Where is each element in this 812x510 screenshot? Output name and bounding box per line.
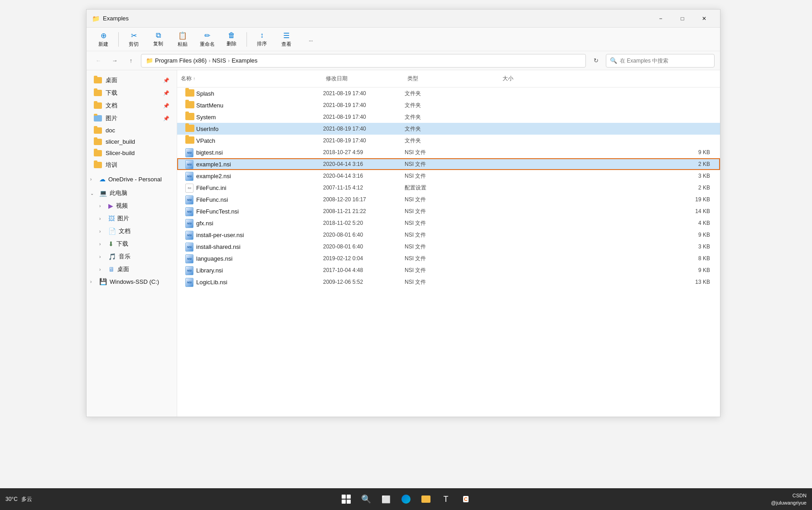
csdn-label: CSDN [771,492,807,500]
sidebar-item-documents[interactable]: 文档 📌 [88,99,175,112]
refresh-button[interactable]: ↻ [590,54,602,67]
table-row[interactable]: INI FileFunc.ini 2007-11-15 4:12 配置设置 2 … [177,182,720,194]
search-input[interactable] [620,58,710,64]
ini-file-icon: INI [185,184,193,193]
chevron-right-icon: › [99,216,106,221]
new-button[interactable]: ⊕ 新建 [92,29,115,49]
edge-button[interactable] [397,490,415,508]
window-title: Examples [103,15,650,22]
table-row[interactable]: NSI gfx.nsi 2018-11-02 5:20 NSI 文件 4 KB [177,217,720,229]
sidebar-item-video[interactable]: › ▶ 视频 [87,199,177,212]
table-row[interactable]: System 2021-08-19 17:40 文件夹 [177,111,720,123]
table-row[interactable]: NSI LogicLib.nsi 2009-12-06 5:52 NSI 文件 … [177,276,720,288]
onedrive-icon: ☁ [99,175,106,183]
file-type: 文件夹 [405,102,473,109]
file-explorer-window: 📁 Examples − □ ✕ ⊕ 新建 ✂ 剪切 ⧉ 复制 📋 粘贴 ✏ 重… [86,9,720,417]
sidebar-item-slicer-build2[interactable]: Slicer-build [88,147,175,159]
rename-button[interactable]: ✏ 重命名 [196,29,218,49]
sidebar: 桌面 📌 下载 📌 文档 📌 图片 📌 doc [87,70,177,417]
table-row[interactable]: Splash 2021-08-19 17:40 文件夹 [177,87,720,99]
folder-taskbar-button[interactable] [417,490,435,508]
file-icon [185,101,194,109]
maximize-button[interactable]: □ [672,11,693,26]
search-icon: 🔍 [610,57,617,64]
sidebar-item-slicer-build[interactable]: slicer_build [88,136,175,147]
table-row[interactable]: NSI install-per-user.nsi 2020-08-01 6:40… [177,229,720,241]
toolbar-separator-2 [246,32,247,47]
file-size: 2 KB [473,185,719,191]
forward-button[interactable]: → [108,54,121,67]
sidebar-item-doc[interactable]: doc [88,125,175,136]
minimize-button[interactable]: − [650,11,671,26]
table-row[interactable]: NSI example1.nsi 2020-04-14 3:16 NSI 文件 … [177,158,720,170]
sidebar-label: doc [106,127,115,134]
sidebar-label: 图片 [117,214,129,223]
file-size: 3 KB [473,173,719,179]
table-row[interactable]: StartMenu 2021-08-19 17:40 文件夹 [177,99,720,111]
sidebar-item-desktop2[interactable]: › 🖥 桌面 [87,263,177,276]
pin-icon: 📌 [163,116,169,121]
sidebar-item-training[interactable]: 培训 [88,159,175,171]
search-taskbar-button[interactable]: 🔍 [357,490,375,508]
column-size-header[interactable]: 大小 [472,72,517,85]
taskbar-right: CSDN @juluwangriyue [771,492,807,507]
file-name: FileFunc.nsi [196,196,323,203]
table-row[interactable]: NSI example2.nsi 2020-04-14 3:16 NSI 文件 … [177,170,720,182]
chevron-right-icon: › [99,242,106,247]
close-button[interactable]: ✕ [694,11,715,26]
task-view-button[interactable]: ⬜ [377,490,395,508]
table-row[interactable]: VPatch 2021-08-19 17:40 文件夹 [177,135,720,146]
table-row[interactable]: NSI Library.nsi 2017-10-04 4:48 NSI 文件 9… [177,264,720,276]
sidebar-thispc-section: ⌄ 💻 此电脑 › ▶ 视频 › 🖼 图片 › 📄 文档 [87,187,177,287]
sidebar-label: 桌面 [117,265,129,273]
sidebar-label: slicer_build [106,138,135,145]
column-type-header[interactable]: 类型 [404,72,472,85]
delete-button[interactable]: 🗑 删除 [220,29,243,49]
address-path[interactable]: 📁 Program Files (x86) › NSIS › Examples [141,54,586,68]
sidebar-item-pictures2[interactable]: › 🖼 图片 [87,212,177,225]
sidebar-item-docs2[interactable]: › 📄 文档 [87,225,177,238]
csdn-button[interactable]: C [457,490,475,508]
sidebar-item-windows-ssd[interactable]: › 💾 Windows-SSD (C:) [87,276,177,287]
table-row[interactable]: NSI bigtest.nsi 2018-10-27 4:59 NSI 文件 9… [177,146,720,158]
nsi-file-icon: NSI [185,195,193,204]
nsi-file-icon: NSI [185,207,193,216]
nsi-file-icon: NSI [185,172,193,181]
table-row[interactable]: UserInfo 2021-08-19 17:40 文件夹 [177,123,720,135]
table-row[interactable]: NSI install-shared.nsi 2020-08-01 6:40 N… [177,241,720,253]
user-label: @juluwangriyue [771,499,807,507]
file-type: NSI 文件 [405,208,473,215]
address-bar: ← → ↑ 📁 Program Files (x86) › NSIS › Exa… [87,51,720,70]
view-button[interactable]: ☰ 查看 [275,29,298,49]
windows-icon [342,495,351,504]
file-date: 2020-08-01 6:40 [323,232,405,238]
sidebar-item-downloads2[interactable]: › ⬇ 下载 [87,238,177,250]
table-row[interactable]: NSI FileFuncTest.nsi 2008-11-21 21:22 NS… [177,205,720,217]
nsi-file-icon: NSI [185,231,193,240]
text-button[interactable]: T [437,490,455,508]
start-button[interactable] [337,490,355,508]
file-list: 名称 ↑ 修改日期 类型 大小 Splash 2021-08-19 17:40 … [177,70,720,417]
sidebar-item-downloads[interactable]: 下载 📌 [88,87,175,99]
sidebar-item-thispc[interactable]: ⌄ 💻 此电脑 [87,187,177,199]
sidebar-item-music[interactable]: › 🎵 音乐 [87,250,177,263]
column-date-header[interactable]: 修改日期 [322,72,404,85]
file-name: Library.nsi [196,267,323,274]
sidebar-item-pictures[interactable]: 图片 📌 [88,112,175,125]
up-button[interactable]: ↑ [125,54,137,67]
back-button[interactable]: ← [92,54,105,67]
column-name-header[interactable]: 名称 ↑ [177,72,322,85]
sidebar-item-desktop[interactable]: 桌面 📌 [88,74,175,87]
table-row[interactable]: NSI languages.nsi 2019-02-12 0:04 NSI 文件… [177,253,720,264]
more-button[interactable]: ... [300,35,322,44]
file-date: 2018-11-02 5:20 [323,220,405,226]
sidebar-label: 音乐 [119,253,130,261]
sidebar-label: 视频 [116,202,128,210]
paste-button[interactable]: 📋 粘贴 [171,29,194,49]
cut-button[interactable]: ✂ 剪切 [122,29,145,49]
sidebar-item-onedrive[interactable]: › ☁ OneDrive - Personal [87,173,177,185]
copy-button[interactable]: ⧉ 复制 [147,29,169,49]
file-icon: NSI [185,278,194,286]
table-row[interactable]: NSI FileFunc.nsi 2008-12-20 16:17 NSI 文件… [177,194,720,205]
sort-button[interactable]: ↕ 排序 [251,29,273,49]
